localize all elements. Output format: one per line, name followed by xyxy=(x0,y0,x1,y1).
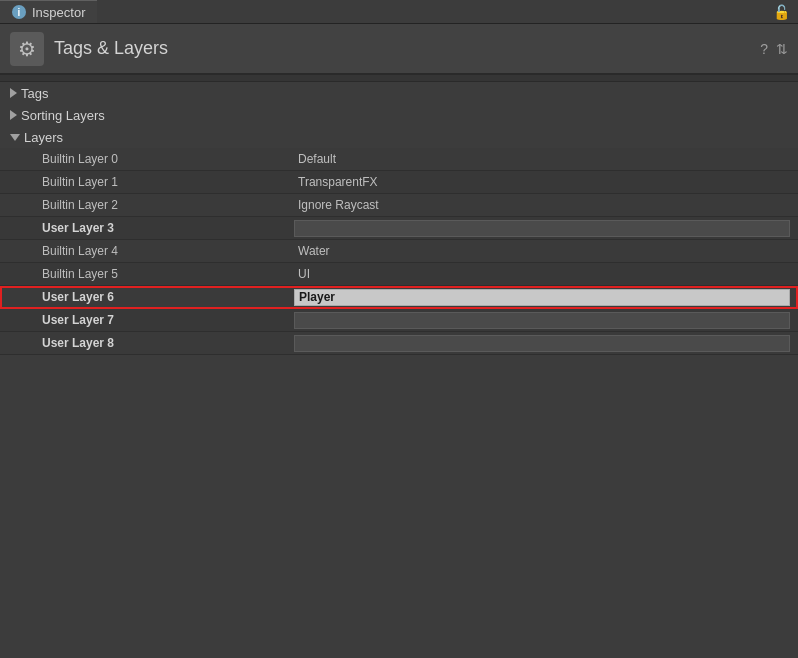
gear-icon: ⚙ xyxy=(10,32,44,66)
layer-name: Builtin Layer 0 xyxy=(0,152,290,166)
separator xyxy=(0,74,798,82)
sidebar-item-layers[interactable]: Layers xyxy=(0,126,798,148)
layer-value: Default xyxy=(290,152,798,166)
page-title: Tags & Layers xyxy=(54,38,750,59)
layer-row: User Layer 7 xyxy=(0,309,798,332)
tags-label: Tags xyxy=(21,86,48,101)
layer-name: Builtin Layer 5 xyxy=(0,267,290,281)
user-layer-3-input[interactable] xyxy=(294,220,790,237)
layers-table: Builtin Layer 0 Default Builtin Layer 1 … xyxy=(0,148,798,355)
title-icons: ? ⇅ xyxy=(760,41,788,57)
layer-row: User Layer 8 xyxy=(0,332,798,355)
layer-name: Builtin Layer 4 xyxy=(0,244,290,258)
layer-name: User Layer 7 xyxy=(0,313,290,327)
help-icon[interactable]: ? xyxy=(760,41,768,57)
triangle-right-icon xyxy=(10,110,17,120)
layer-name: User Layer 6 xyxy=(0,290,290,304)
user-layer-6-row: User Layer 6 xyxy=(0,286,798,309)
triangle-right-icon xyxy=(10,88,17,98)
section-list: Tags Sorting Layers Layers Builtin Layer… xyxy=(0,82,798,355)
layer-row: Builtin Layer 1 TransparentFX xyxy=(0,171,798,194)
tab-bar-icons: 🔓 xyxy=(773,4,798,20)
layers-label: Layers xyxy=(24,130,63,145)
layer-value: Water xyxy=(290,244,798,258)
sidebar-item-sorting-layers[interactable]: Sorting Layers xyxy=(0,104,798,126)
sidebar-item-tags[interactable]: Tags xyxy=(0,82,798,104)
title-row: ⚙ Tags & Layers ? ⇅ xyxy=(0,24,798,74)
layer-name: User Layer 3 xyxy=(0,221,290,235)
sorting-layers-label: Sorting Layers xyxy=(21,108,105,123)
layer-value: Ignore Raycast xyxy=(290,198,798,212)
user-layer-8-input[interactable] xyxy=(294,335,790,352)
lock-icon[interactable]: 🔓 xyxy=(773,4,790,20)
layer-name: User Layer 8 xyxy=(0,336,290,350)
tab-bar: i Inspector 🔓 xyxy=(0,0,798,24)
triangle-down-icon xyxy=(10,134,20,141)
user-layer-6-input[interactable] xyxy=(294,289,790,306)
layer-row: Builtin Layer 5 UI xyxy=(0,263,798,286)
layer-row: Builtin Layer 0 Default xyxy=(0,148,798,171)
layer-name: Builtin Layer 1 xyxy=(0,175,290,189)
layer-value: TransparentFX xyxy=(290,175,798,189)
layer-row: User Layer 3 xyxy=(0,217,798,240)
info-icon: i xyxy=(12,5,26,19)
layer-row: Builtin Layer 4 Water xyxy=(0,240,798,263)
layer-value: UI xyxy=(290,267,798,281)
layer-row: Builtin Layer 2 Ignore Raycast xyxy=(0,194,798,217)
tab-label: Inspector xyxy=(32,5,85,20)
inspector-tab[interactable]: i Inspector xyxy=(0,0,97,23)
user-layer-7-input[interactable] xyxy=(294,312,790,329)
settings-icon[interactable]: ⇅ xyxy=(776,41,788,57)
layer-name: Builtin Layer 2 xyxy=(0,198,290,212)
